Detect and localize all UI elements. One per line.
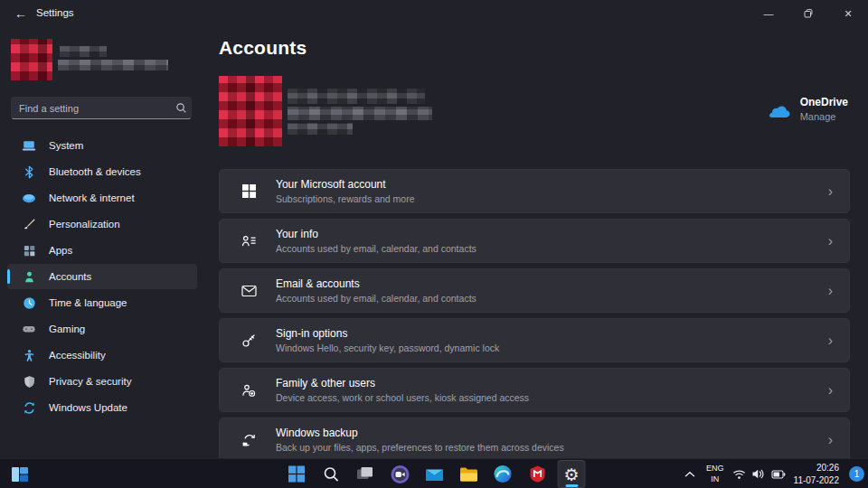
taskbar: ⚙ ENG IN 20:26 11-07-2022 1 [0,458,868,488]
person-list-icon [240,233,258,249]
close-icon: ✕ [844,8,852,20]
clock-icon [22,296,36,310]
globe-icon [22,191,36,205]
close-button[interactable]: ✕ [828,0,868,27]
backup-icon [240,432,258,448]
settings-app-button[interactable]: ⚙ [558,460,586,488]
sidebar-item-label: Gaming [49,324,85,334]
sidebar-item-bluetooth-devices[interactable]: Bluetooth & devices [7,159,197,184]
tray-time: 20:26 [794,462,839,474]
page-title: Accounts [219,37,307,59]
sidebar-item-accounts[interactable]: Accounts [7,264,197,289]
battery-icon [771,469,786,480]
window-controls: — ✕ [749,0,868,27]
clock[interactable]: 20:26 11-07-2022 [794,462,839,486]
sidebar-item-windows-update[interactable]: Windows Update [7,395,197,420]
language-indicator[interactable]: ENG IN [706,464,724,484]
settings-gear-icon: ⚙ [563,465,579,484]
file-explorer-button[interactable] [455,460,483,488]
sidebar-item-accessibility[interactable]: Accessibility [7,343,197,368]
chevron-right-icon: › [828,284,833,298]
restore-icon [802,7,815,20]
search-icon [171,102,191,114]
laptop-icon [22,138,36,153]
sidebar-item-network-internet[interactable]: Network & internet [7,185,197,211]
card-subtitle: Accounts used by email, calendar, and co… [276,243,476,254]
account-email-redacted [288,107,432,120]
search-input[interactable] [12,103,171,114]
key-icon [240,333,258,349]
card-your-microsoft-account[interactable]: Your Microsoft account Subscriptions, re… [219,169,850,213]
account-detail-redacted [288,123,353,135]
sidebar-item-label: Accounts [49,271,91,282]
chat-button[interactable] [386,460,414,488]
card-family-other-users[interactable]: Family & other users Device access, work… [219,368,850,412]
card-your-info[interactable]: Your info Accounts used by email, calend… [219,219,850,263]
sidebar-item-label: Apps [49,245,72,256]
sidebar-item-label: Personalization [49,219,120,230]
update-icon [22,400,36,415]
back-button[interactable]: ← [9,3,33,24]
sidebar-item-label: Time & language [49,297,127,308]
card-subtitle: Subscriptions, rewards and more [276,193,415,204]
sidebar-item-label: Network & internet [49,192,135,203]
chevron-right-icon: › [828,333,833,348]
sidebar-item-time-language[interactable]: Time & language [7,290,197,315]
brush-icon [22,217,36,231]
sidebar-item-label: Privacy & security [49,376,131,387]
mail-app-button[interactable] [420,460,448,488]
onedrive-manage-link[interactable]: Manage [800,111,848,122]
sidebar-item-system[interactable]: System [7,133,197,158]
titlebar: ← Settings — ✕ [0,0,868,27]
apps-icon [22,243,36,258]
card-sign-in-options[interactable]: Sign-in options Windows Hello, security … [219,318,850,362]
selected-indicator [7,269,10,284]
edge-icon [494,465,513,483]
wifi-icon [732,469,746,480]
sidebar-item-personalization[interactable]: Personalization [7,211,197,237]
hidden-icons-button[interactable] [682,471,698,478]
chat-video-icon [390,465,410,484]
shield-icon [22,374,36,389]
taskbar-search-button[interactable] [317,460,345,488]
task-view-button[interactable] [352,460,380,488]
accessibility-icon [22,348,36,362]
minimize-button[interactable]: — [749,0,788,27]
person-icon [22,269,36,284]
back-arrow-icon: ← [14,6,27,21]
sidebar-nav: System Bluetooth & devices Network & int… [0,132,204,421]
card-text: Your Microsoft account Subscriptions, re… [276,178,415,204]
card-title: Your Microsoft account [276,178,415,191]
card-windows-backup[interactable]: Windows backup Back up your files, apps,… [219,418,850,462]
notification-badge[interactable]: 1 [849,466,864,482]
settings-card-list: Your Microsoft account Subscriptions, re… [219,169,850,467]
edge-browser-button[interactable] [489,460,517,488]
start-button[interactable] [283,460,311,488]
restore-button[interactable] [788,0,828,27]
widgets-icon [10,465,30,483]
mcafee-button[interactable] [524,460,552,488]
sidebar-item-apps[interactable]: Apps [7,238,197,263]
sidebar-user-name-redacted [60,46,107,57]
tray-status-icons[interactable] [732,468,786,480]
taskbar-apps: ⚙ [283,460,586,488]
file-explorer-icon [458,466,478,483]
sidebar: System Bluetooth & devices Network & int… [0,27,204,458]
chevron-up-icon [684,471,695,478]
sidebar-item-gaming[interactable]: Gaming [7,316,197,342]
settings-window: ← Settings — ✕ System [0,0,868,488]
widgets-button[interactable] [7,463,33,486]
card-email-accounts[interactable]: Email & accounts Accounts used by email,… [219,268,850,313]
tray-date: 11-07-2022 [794,474,839,487]
card-text: Sign-in options Windows Hello, security … [276,327,499,353]
card-text: Windows backup Back up your files, apps,… [276,427,564,453]
onedrive-status: OneDrive Manage [768,96,848,122]
mcafee-shield-icon [528,465,546,483]
card-subtitle: Accounts used by email, calendar, and co… [276,293,476,304]
sidebar-item-label: System [49,140,83,151]
card-title: Email & accounts [276,277,476,290]
card-subtitle: Back up your files, apps, preferences to… [276,442,564,453]
card-text: Email & accounts Accounts used by email,… [276,277,476,304]
sidebar-item-privacy-security[interactable]: Privacy & security [7,369,197,394]
sidebar-item-label: Bluetooth & devices [49,166,141,177]
